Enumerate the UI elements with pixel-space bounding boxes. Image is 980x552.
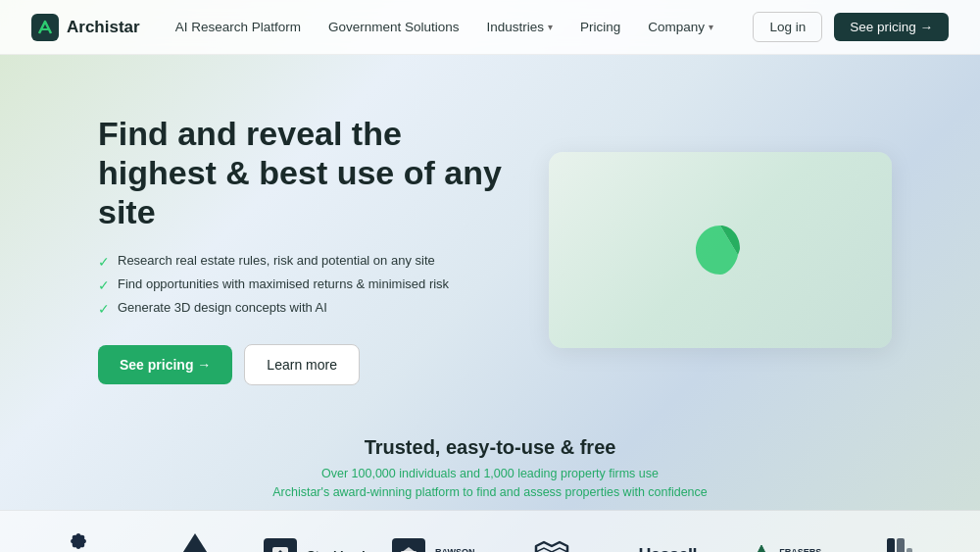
check-icon-1: ✓	[98, 254, 110, 270]
see-pricing-button[interactable]: See pricing →	[98, 345, 232, 384]
company-chevron-icon: ▾	[709, 22, 713, 32]
feature-1: ✓ Research real estate rules, risk and p…	[98, 253, 510, 270]
trusted-section: Trusted, easy-to-use & free Over 100,000…	[0, 425, 980, 510]
hero-features-list: ✓ Research real estate rules, risk and p…	[98, 253, 510, 317]
archistar-logo-icon	[31, 14, 59, 41]
victoria-triangle-icon	[181, 533, 209, 552]
nav-government[interactable]: Government Solutions	[328, 20, 460, 34]
logo-nsw: NSWGOVERNMENT	[20, 530, 137, 552]
rawson-box-icon	[392, 538, 425, 552]
svg-rect-9	[897, 538, 905, 552]
nav-actions: Log in See pricing →	[753, 12, 949, 42]
learn-more-button[interactable]: Learn more	[244, 344, 360, 385]
svg-rect-10	[906, 548, 912, 552]
svg-rect-8	[887, 538, 895, 552]
logo-victoria: VICTORIAState Government	[137, 530, 255, 552]
svg-point-5	[74, 537, 82, 545]
navbar: Archistar AI Research Platform Governmen…	[0, 0, 980, 55]
logo-text: Archistar	[67, 18, 140, 37]
logo-rawson: RAWSON HOMES	[374, 530, 492, 552]
nav-pricing[interactable]: Pricing	[580, 20, 620, 34]
check-icon-2: ✓	[98, 277, 110, 293]
hero-title: Find and reveal the highest & best use o…	[98, 114, 510, 231]
nav-see-pricing-button[interactable]: See pricing →	[834, 13, 949, 41]
login-button[interactable]: Log in	[753, 12, 822, 42]
nav-company[interactable]: Company ▾	[648, 20, 713, 34]
nav-ai-research[interactable]: AI Research Platform	[175, 20, 301, 34]
mirvac-icon	[532, 538, 569, 552]
svg-rect-0	[31, 14, 59, 41]
logo-frasers: FRASERS PROPERTY	[726, 530, 844, 552]
industries-chevron-icon: ▾	[548, 22, 553, 32]
logos-row: NSWGOVERNMENT VICTORIAState Government S…	[0, 510, 980, 553]
hero-section: Find and reveal the highest & best use o…	[0, 55, 980, 425]
logo-partial	[844, 530, 961, 552]
nsw-flower-icon	[63, 531, 94, 552]
nav-industries[interactable]: Industries ▾	[487, 20, 554, 34]
trusted-title: Trusted, easy-to-use & free	[0, 436, 980, 459]
hero-image-panel	[549, 152, 892, 348]
check-icon-3: ✓	[98, 301, 110, 317]
trusted-subtitle: Over 100,000 individuals and 1,000 leadi…	[0, 465, 980, 502]
logo-link[interactable]: Archistar	[31, 14, 140, 41]
hero-buttons: See pricing → Learn more	[98, 344, 510, 385]
logo-mirvac: mirvac	[492, 530, 610, 552]
logo-hassell: Hassell	[610, 530, 727, 552]
nav-links: AI Research Platform Government Solution…	[175, 20, 754, 34]
stockland-box-icon	[264, 538, 297, 552]
hero-text-block: Find and reveal the highest & best use o…	[98, 114, 510, 385]
partial-logo-icon	[887, 538, 916, 552]
feature-3: ✓ Generate 3D design concepts with AI	[98, 300, 510, 317]
feature-2: ✓ Find opportunities with maximised retu…	[98, 276, 510, 293]
logo-stockland: Stockland	[254, 530, 374, 552]
archistar-hero-logo-icon	[686, 216, 755, 284]
frasers-icon	[748, 541, 775, 552]
